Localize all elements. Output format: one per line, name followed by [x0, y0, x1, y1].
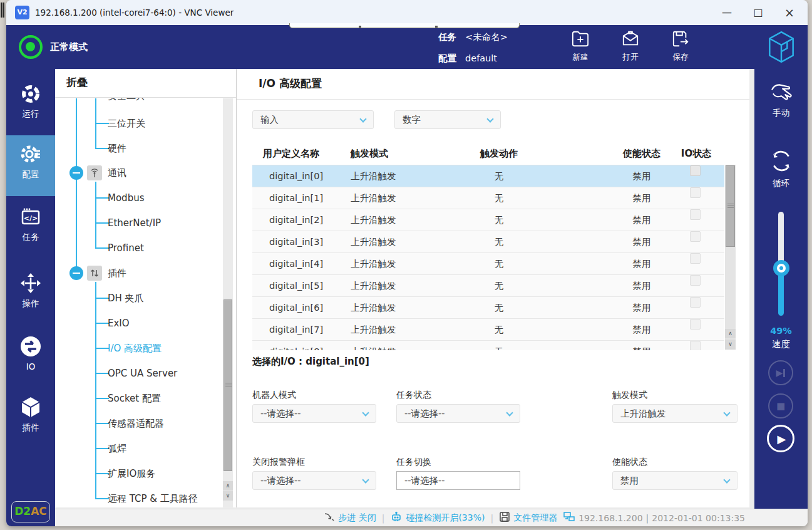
- table-row[interactable]: digital_in[3] 上升沿触发 无 禁用: [252, 231, 724, 253]
- scroll-up-button[interactable]: ∧: [725, 329, 736, 338]
- nav-item-run[interactable]: 运行: [6, 76, 55, 135]
- trigger-mode-select[interactable]: 上升沿触发: [612, 404, 737, 423]
- close-button[interactable]: ×: [774, 0, 805, 25]
- table-row[interactable]: digital_in[2] 上升沿触发 无 禁用: [252, 209, 724, 231]
- tree-item-three-position-switch[interactable]: 三位开关: [108, 115, 145, 132]
- minimize-button[interactable]: —: [711, 0, 743, 25]
- speed-slider-handle[interactable]: [773, 260, 789, 276]
- vnc-viewer-window: V2 192.168.1.200 (intel-corei7-64:0) - V…: [6, 0, 808, 526]
- scroll-down-button[interactable]: ∨: [725, 340, 736, 349]
- tree-item-remote-tcp-tool-path[interactable]: 远程 TCP & 工具路径: [108, 490, 198, 507]
- cycle-mode-button[interactable]: 循环: [754, 148, 808, 189]
- collapse-toggle[interactable]: [69, 266, 83, 280]
- tree-item-plugins[interactable]: 插件: [108, 264, 126, 282]
- table-row[interactable]: digital_in[8] 上升沿触发 无 禁用: [252, 341, 724, 350]
- hand-icon: [768, 95, 794, 107]
- tree-item-dh-gripper[interactable]: DH 夹爪: [108, 289, 144, 307]
- tree-item-extended-io-service[interactable]: 扩展IO服务: [108, 465, 155, 482]
- table-row[interactable]: digital_in[0] 上升沿触发 无 禁用: [252, 165, 724, 187]
- io-enable: 禁用: [604, 319, 679, 341]
- tree-item-profinet[interactable]: Profinet: [108, 239, 144, 257]
- nav-item-io[interactable]: IO: [6, 328, 55, 387]
- io-name: digital_in[3]: [269, 231, 323, 253]
- nav-item-task[interactable]: </> 任务: [6, 199, 55, 258]
- nav-label: 操作: [6, 298, 55, 309]
- col-user-defined-name: 用户定义名称: [263, 143, 319, 164]
- vnc-toolbar-tab[interactable]: [289, 23, 520, 28]
- new-button-label: 新建: [562, 52, 599, 63]
- collapse-all-button[interactable]: 折叠: [66, 75, 88, 90]
- tree-item-safety-tools[interactable]: 安全工具: [108, 98, 145, 105]
- io-trigger: 上升沿触发: [351, 275, 396, 297]
- table-row[interactable]: digital_in[1] 上升沿触发 无 禁用: [252, 187, 724, 209]
- left-nav: 运行 配置 </> 任务: [6, 69, 55, 526]
- table-row[interactable]: digital_in[6] 上升沿触发 无 禁用: [252, 297, 724, 319]
- save-button[interactable]: 保存: [662, 30, 699, 63]
- tree-tick: [95, 323, 109, 324]
- task-state-select[interactable]: --请选择--: [396, 404, 520, 423]
- nav-item-operate[interactable]: 操作: [6, 264, 55, 323]
- background-window-edge: [1, 3, 4, 18]
- task-row: 任务<未命名>: [438, 31, 508, 43]
- tree-scrollbar[interactable]: ∧ ∨: [223, 98, 233, 507]
- nav-item-config[interactable]: 配置: [6, 135, 55, 196]
- cycle-label: 循环: [754, 178, 808, 189]
- tree-tick: [95, 197, 109, 199]
- tree-item-modbus[interactable]: Modbus: [108, 189, 144, 207]
- nav-item-plugin[interactable]: 插件: [6, 388, 55, 447]
- task-switch-value: --请选择--: [404, 475, 445, 486]
- enable-state-label: 使能状态: [612, 457, 647, 468]
- manual-mode-button[interactable]: 手动: [754, 81, 808, 119]
- io-enable: 禁用: [604, 231, 679, 253]
- minus-icon: [73, 273, 80, 274]
- task-switch-input[interactable]: --请选择--: [396, 471, 520, 490]
- robot-mode-select[interactable]: --请选择--: [252, 404, 376, 423]
- play-button[interactable]: ▶: [767, 425, 794, 452]
- step-mode-status[interactable]: 步进 关闭: [324, 512, 376, 524]
- table-row[interactable]: digital_in[5] 上升沿触发 无 禁用: [252, 275, 724, 297]
- logo-d2: D2: [14, 505, 31, 517]
- table-row[interactable]: digital_in[7] 上升沿触发 无 禁用: [252, 319, 724, 341]
- step-forward-button[interactable]: ▶: [768, 360, 793, 385]
- tree-item-ethernet-ip[interactable]: EtherNet/IP: [108, 214, 161, 232]
- col-enable-state: 使能状态: [604, 143, 679, 164]
- io-direction-select[interactable]: 输入: [252, 110, 374, 129]
- tree-line: [95, 282, 96, 499]
- tree-item-communication[interactable]: 通讯: [108, 164, 126, 182]
- maximize-button[interactable]: □: [743, 0, 774, 25]
- chevron-down-icon: [723, 476, 730, 483]
- scroll-down-button[interactable]: ∨: [223, 491, 233, 501]
- play-icon: ▶: [778, 432, 786, 445]
- collapse-toggle[interactable]: [69, 166, 83, 180]
- stop-button[interactable]: ■: [768, 393, 793, 418]
- config-label: 配置: [438, 53, 456, 63]
- chevron-down-icon: [723, 409, 730, 416]
- file-manager-button[interactable]: 文件管理器: [499, 511, 557, 524]
- table-scrollbar[interactable]: ∧ ∨: [725, 165, 736, 350]
- tree-item-sensor-adapter[interactable]: 传感器适配器: [108, 415, 164, 432]
- enable-state-select[interactable]: 禁用: [612, 471, 737, 490]
- tree-tick: [95, 348, 109, 349]
- tree-item-io-advanced-config[interactable]: I/O 高级配置: [108, 340, 162, 357]
- close-alarm-select[interactable]: --请选择--: [252, 471, 376, 490]
- table-row[interactable]: digital_in[4] 上升沿触发 无 禁用: [252, 253, 724, 275]
- tree-item-hardware[interactable]: 硬件: [108, 140, 126, 157]
- scrollbar-thumb[interactable]: [224, 299, 232, 471]
- tree-item-socket-config[interactable]: Socket 配置: [108, 390, 161, 407]
- io-state-indicator: [690, 231, 701, 242]
- new-button[interactable]: 新建: [562, 30, 599, 63]
- tree-item-arc-welding[interactable]: 弧焊: [108, 440, 126, 457]
- scroll-up-button[interactable]: ∧: [223, 481, 233, 491]
- grip-icon: [727, 204, 734, 208]
- open-button[interactable]: 打开: [612, 30, 649, 63]
- io-type-select[interactable]: 数字: [394, 110, 501, 129]
- tree-item-opc-ua-server[interactable]: OPC UA Server: [108, 365, 177, 382]
- collision-detection-status[interactable]: 碰撞检测开启(33%): [390, 511, 485, 524]
- io-state-indicator: [690, 341, 701, 350]
- scrollbar-thumb[interactable]: [726, 165, 735, 247]
- io-name: digital_in[8]: [269, 341, 323, 350]
- tree-item-exio[interactable]: ExIO: [108, 314, 130, 332]
- run-icon: [20, 95, 41, 107]
- col-trigger-mode: 触发模式: [351, 143, 388, 164]
- cycle-arrows-icon: [768, 165, 794, 177]
